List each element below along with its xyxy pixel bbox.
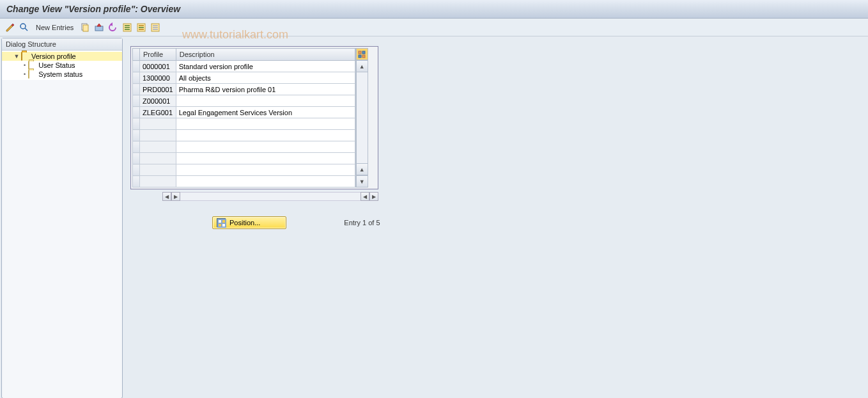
scroll-track[interactable] [356,72,368,163]
tree-item-label: User Status [38,61,75,69]
scroll-left-icon[interactable]: ◀ [162,192,171,201]
column-header-description[interactable]: Description [176,49,355,61]
row-selector[interactable] [133,95,140,107]
hscroll-track[interactable] [180,192,360,201]
svg-marker-5 [97,24,101,26]
row-selector[interactable] [133,130,140,141]
scroll-left2-icon[interactable]: ◀ [360,192,369,201]
scroll-right-icon[interactable]: ▶ [171,192,180,201]
leaf-bullet-icon: • [24,71,26,77]
table-row[interactable] [133,118,355,130]
scroll-up-icon[interactable]: ▲ [356,60,368,72]
cell-description[interactable] [176,118,355,130]
column-header-profile[interactable]: Profile [140,49,176,61]
deselect-all-icon[interactable] [150,22,160,33]
svg-rect-12 [139,25,144,26]
table-row[interactable] [133,164,355,176]
svg-rect-8 [125,25,130,26]
table-row[interactable]: Z000001 [133,95,355,107]
svg-point-0 [20,24,26,29]
svg-line-1 [25,28,27,31]
tree-item-label: System status [38,70,82,78]
table-row[interactable]: 0000001Standard version profile [133,61,355,72]
cell-profile[interactable] [140,164,176,176]
horizontal-scroll: ◀ ▶ ◀ ▶ [130,191,378,202]
svg-rect-25 [222,220,225,223]
cell-profile[interactable] [140,118,176,130]
row-selector[interactable] [133,84,140,95]
new-entries-button[interactable]: New Entries [33,24,76,31]
cell-description[interactable] [176,141,355,153]
cell-profile[interactable] [140,176,176,187]
row-selector[interactable] [133,164,140,176]
toggle-display-change-icon[interactable] [5,22,15,33]
tree-header: Dialog Structure [2,38,122,51]
select-all-icon[interactable] [122,22,132,33]
table-row[interactable]: PRD0001Pharma R&D version profile 01 [133,84,355,95]
tree-body: ▼ Version profile • User Status • System… [2,51,122,80]
cell-profile[interactable]: Z000001 [140,95,176,107]
cell-profile[interactable] [140,153,176,164]
svg-rect-9 [125,27,130,28]
row-selector[interactable] [133,153,140,164]
cell-profile[interactable] [140,130,176,141]
table-config-icon[interactable] [356,48,368,60]
cell-description[interactable]: All objects [176,72,355,84]
table-row[interactable]: 1300000All objects [133,72,355,84]
collapse-icon[interactable]: ▼ [13,53,20,60]
svg-rect-18 [153,29,158,30]
tree-item-system-status[interactable]: • System status [2,70,122,79]
tree-item-version-profile[interactable]: ▼ Version profile [2,52,122,61]
svg-rect-17 [153,27,158,28]
cell-description[interactable]: Standard version profile [176,61,355,72]
scroll-down-icon[interactable]: ▼ [356,175,368,187]
table-row[interactable] [133,176,355,187]
undo-icon[interactable] [108,22,118,33]
row-selector[interactable] [133,61,140,72]
row-selector[interactable] [133,118,140,130]
row-selector[interactable] [133,107,140,118]
leaf-bullet-icon: • [24,62,26,68]
cell-description[interactable] [176,95,355,107]
version-profile-grid: Profile Description 0000001Standard vers… [132,48,355,187]
cell-description[interactable] [176,130,355,141]
table-row[interactable]: ZLEG001Legal Engagement Services Version [133,107,355,118]
position-label: Position... [229,219,260,227]
corner-cell[interactable] [133,49,140,61]
content-area: Profile Description 0000001Standard vers… [124,36,868,398]
svg-rect-22 [362,55,365,58]
row-selector[interactable] [133,176,140,187]
svg-rect-13 [139,27,144,28]
table-row[interactable] [133,153,355,164]
toolbar: New Entries [0,19,868,36]
main-area: Dialog Structure ▼ Version profile • Use… [0,36,868,398]
svg-rect-19 [359,51,361,54]
cell-profile[interactable]: 0000001 [140,61,176,72]
cell-description[interactable] [176,153,355,164]
cell-profile[interactable]: PRD0001 [140,84,176,95]
cell-description[interactable]: Pharma R&D version profile 01 [176,84,355,95]
cell-profile[interactable]: 1300000 [140,72,176,84]
table-row[interactable] [133,141,355,153]
svg-rect-3 [83,25,88,31]
scroll-up2-icon[interactable]: ▲ [356,163,368,175]
folder-closed-icon [28,70,37,78]
window-title: Change View "Version profile": Overview [0,0,868,19]
cell-profile[interactable]: ZLEG001 [140,107,176,118]
cell-description[interactable] [176,164,355,176]
find-icon[interactable] [19,22,29,33]
select-block-icon[interactable] [136,22,146,33]
svg-rect-21 [359,55,361,58]
row-selector[interactable] [133,72,140,84]
position-button[interactable]: Position... [212,216,286,229]
delete-icon[interactable] [94,22,104,33]
scroll-right2-icon[interactable]: ▶ [369,192,378,201]
cell-profile[interactable] [140,141,176,153]
table-row[interactable] [133,130,355,141]
cell-description[interactable] [176,176,355,187]
cell-description[interactable]: Legal Engagement Services Version [176,107,355,118]
tree-item-user-status[interactable]: • User Status [2,61,122,70]
entry-count-label: Entry 1 of 5 [344,219,380,227]
row-selector[interactable] [133,141,140,153]
copy-icon[interactable] [80,22,90,33]
